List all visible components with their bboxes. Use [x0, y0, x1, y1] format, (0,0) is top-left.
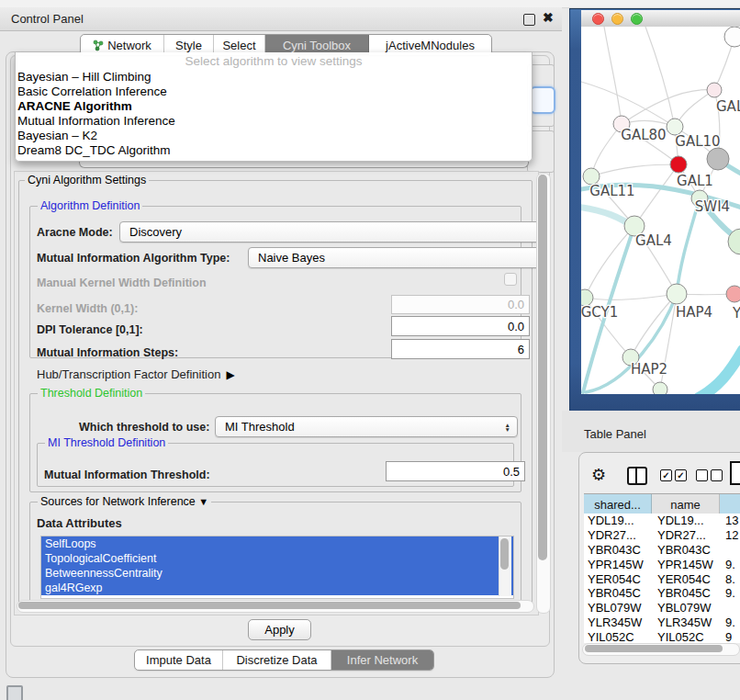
table-row[interactable]: YPR145WYPR145W9.	[584, 557, 740, 571]
attribute-item-gal4rgexp[interactable]: gal4RGexp	[41, 581, 513, 595]
table-cell: YDR27...	[584, 528, 652, 542]
node-hap4[interactable]	[667, 284, 687, 304]
node-label-gal10: GAL10	[675, 133, 720, 150]
tab-infer-network[interactable]: Infer Network	[331, 650, 433, 670]
tab-label: Network	[107, 39, 151, 52]
network-edge[interactable]	[585, 294, 677, 299]
network-window-titlebar[interactable]	[581, 10, 740, 28]
node-label-hap2: HAP2	[631, 361, 667, 378]
gear-icon[interactable]: ⚙	[591, 465, 606, 485]
table-cell: YER054C	[584, 572, 652, 586]
which-threshold-select[interactable]: MI Threshold ▲▼	[215, 416, 518, 437]
zoom-traffic-light-icon[interactable]	[631, 13, 643, 25]
node-bottom[interactable]	[653, 382, 667, 394]
tab-discretize-data[interactable]: Discretize Data	[223, 650, 331, 670]
tab-impute-data[interactable]: Impute Data	[135, 650, 223, 670]
dpi-tolerance-input[interactable]: 0.0	[391, 316, 530, 336]
attribute-item-betweennesscentrality[interactable]: BetweennessCentrality	[41, 566, 513, 581]
table-cell: YPR145W	[652, 558, 720, 571]
minimized-panel-icon[interactable]	[6, 685, 23, 700]
table-row[interactable]: YBR043CYBR043C	[584, 543, 740, 558]
table-horizontal-thumb[interactable]	[585, 645, 723, 652]
tab-label: jActiveMNodules	[386, 39, 475, 52]
data-attributes-label: Data Attributes	[37, 516, 122, 530]
network-canvas[interactable]: GALGAL80GAL10GAL1GAL11SWI4GAL4GCY1HAP4YH…	[581, 27, 740, 394]
mi-algorithm-type-value: Naive Bayes	[258, 251, 325, 265]
checked-checkbox-icon[interactable]: ✓	[675, 469, 687, 481]
node-unlabeled-top[interactable]	[724, 27, 740, 47]
table-row[interactable]: YLR345WYLR345W9.	[584, 615, 740, 630]
mi-steps-input[interactable]: 6	[391, 339, 530, 359]
algorithm-dropdown-hint: Select algorithm to view settings	[16, 52, 532, 70]
dpi-tolerance-label: DPI Tolerance [0,1]:	[37, 323, 143, 336]
float-window-icon[interactable]	[523, 14, 535, 26]
table-row[interactable]: YBL079WYBL079W	[584, 601, 740, 615]
table-header-row: shared...name	[584, 493, 740, 515]
attribute-item-topologicalcoefficient[interactable]: TopologicalCoefficient	[41, 551, 513, 566]
node-label-gal: GAL	[716, 98, 740, 115]
close-traffic-light-icon[interactable]	[592, 13, 604, 25]
table-cell: YER054C	[652, 572, 720, 586]
algorithm-option-dream8-dc-tdc-algorithm[interactable]: Dream8 DC_TDC Algorithm	[16, 143, 532, 158]
unchecked-checkbox-icon[interactable]	[696, 469, 708, 481]
document-icon[interactable]	[730, 461, 740, 485]
minimize-traffic-light-icon[interactable]	[611, 13, 623, 25]
checked-checkbox-icon[interactable]: ✓	[660, 469, 672, 481]
table-row[interactable]: YIL052CYIL052C9	[584, 629, 740, 643]
network-edge[interactable]	[634, 164, 678, 226]
node-label-hap4: HAP4	[676, 304, 712, 321]
network-edge[interactable]	[591, 164, 678, 176]
algorithm-option-bayesian-hill-climbing[interactable]: Bayesian – Hill Climbing	[16, 70, 532, 85]
control-panel-titlebar: Control Panel	[0, 7, 562, 31]
data-attributes-list[interactable]: SelfLoopsTopologicalCoefficientBetweenne…	[40, 536, 514, 599]
algorithm-option-aracne-algorithm[interactable]: ARACNE Algorithm	[16, 99, 532, 114]
unchecked-checkbox-icon[interactable]	[711, 469, 723, 481]
column-header-name[interactable]: name	[652, 494, 720, 514]
list-scrollbar-thumb[interactable]	[500, 538, 509, 570]
sources-legend[interactable]: Sources for Network Inference ▼	[38, 495, 211, 509]
table-row[interactable]: YER054CYER054C8.	[584, 571, 740, 586]
network-edge[interactable]	[699, 350, 740, 394]
table-cell: 12	[720, 528, 740, 542]
control-panel-title: Control Panel	[11, 12, 84, 26]
hub-definition-expander[interactable]: Hub/Transcription Factor Definition▶	[37, 367, 235, 381]
node-pink-top[interactable]	[707, 83, 722, 97]
network-edge[interactable]	[622, 90, 714, 124]
table-cell: YIL052C	[584, 630, 652, 643]
attribute-item-selfloops[interactable]: SelfLoops	[41, 536, 513, 551]
table-row[interactable]: YDR27...YDR27...12	[584, 528, 740, 543]
table-rows: YDL19...YDL19...13YDR27...YDR27...12YBR0…	[584, 514, 740, 643]
algorithm-dropdown-items: Bayesian – Hill ClimbingBasic Correlatio…	[16, 70, 532, 158]
expander-arrow-icon: ▶	[226, 368, 234, 381]
mi-threshold-input[interactable]: 0.5	[386, 461, 525, 481]
network-edge[interactable]	[631, 294, 677, 357]
settings-horizontal-thumb[interactable]	[18, 602, 521, 609]
settings-vertical-thumb[interactable]	[538, 175, 547, 560]
column-header-hidden[interactable]	[720, 494, 740, 514]
algorithm-option-basic-correlation-inference[interactable]: Basic Correlation Inference	[16, 85, 532, 99]
manual-kernel-width-checkbox[interactable]	[504, 273, 517, 286]
focused-button-sliver[interactable]	[530, 86, 555, 114]
algorithm-option-mutual-information-inference[interactable]: Mutual Information Inference	[16, 114, 532, 129]
mi-algorithm-type-select[interactable]: Naive Bayes ▲▼	[248, 247, 549, 268]
column-header-shared[interactable]: shared...	[584, 494, 652, 514]
columns-icon[interactable]	[627, 467, 647, 485]
node-gray[interactable]	[707, 148, 729, 170]
table-row[interactable]: YBR045CYBR045C9.	[584, 586, 740, 601]
network-icon	[93, 40, 104, 51]
node-gal1-red[interactable]	[670, 156, 687, 173]
cyni-algorithm-settings-legend: Cyni Algorithm Settings	[25, 174, 149, 187]
network-edge[interactable]	[604, 27, 622, 124]
algorithm-option-bayesian-k2[interactable]: Bayesian – K2	[16, 129, 532, 143]
table-row[interactable]: YDL19...YDL19...13	[584, 514, 740, 528]
kernel-width-input[interactable]: 0.0	[391, 295, 530, 314]
aracne-mode-select[interactable]: Discovery ▲▼	[119, 221, 549, 243]
table-cell: YDL19...	[584, 514, 652, 527]
aracne-mode-value: Discovery	[129, 225, 182, 239]
network-edge[interactable]	[585, 226, 634, 298]
apply-button[interactable]: Apply	[248, 619, 311, 640]
network-graph: GALGAL80GAL10GAL1GAL11SWI4GAL4GCY1HAP4YH…	[581, 27, 740, 394]
close-icon[interactable]: ✖	[543, 10, 554, 25]
network-edge[interactable]	[591, 124, 622, 176]
node-salmon[interactable]	[726, 286, 740, 302]
